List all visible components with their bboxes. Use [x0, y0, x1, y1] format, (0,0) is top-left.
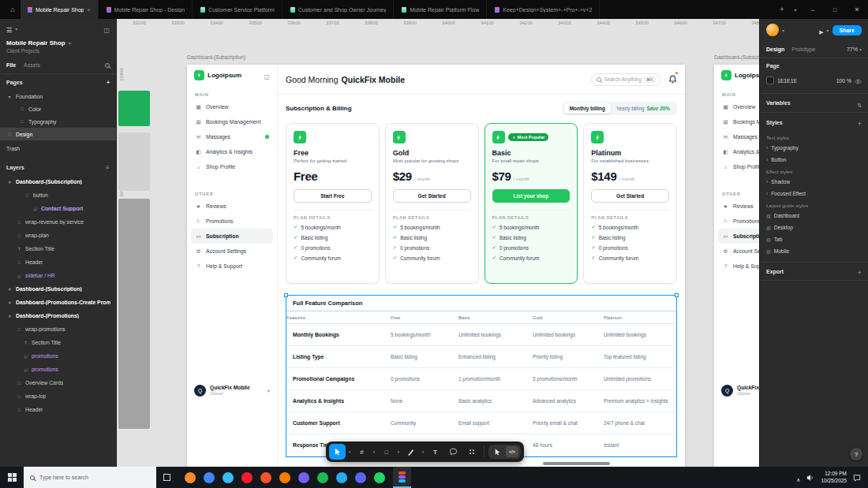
layout-style-item[interactable]: Mobile	[760, 245, 868, 257]
share-button[interactable]: Share	[832, 25, 862, 35]
sidebar-nav-item[interactable]: ⚙ Account Settings	[191, 244, 273, 259]
main-menu-icon[interactable]	[6, 21, 12, 35]
layout-style-item[interactable]: Dashboard	[760, 210, 868, 222]
layer-row[interactable]: □ Header	[0, 255, 116, 269]
dev-mode-icon[interactable]: </>	[506, 446, 518, 457]
plan-cta-button[interactable]: Get Started	[591, 189, 669, 203]
search-input[interactable]: Search Anything ⌘K	[591, 73, 661, 86]
frame-label[interactable]: Dashboard-(Subscription)	[187, 54, 245, 60]
layer-row[interactable]: □ Header	[0, 403, 116, 416]
chevron-down-icon[interactable]	[827, 28, 829, 33]
taskbar-app-icon[interactable]	[279, 472, 290, 483]
effect-style-item[interactable]: Focused Effect	[760, 188, 868, 199]
maximize-button[interactable]	[824, 0, 846, 19]
frame-tool[interactable]	[354, 444, 370, 460]
search-icon[interactable]	[105, 63, 110, 68]
sidebar-nav-item[interactable]: ⌂ Shop Profile	[191, 159, 273, 174]
move-tool[interactable]	[329, 444, 346, 460]
account-switcher[interactable]: Q QuickFix Mobile Owner	[187, 385, 277, 397]
layer-row[interactable]: # Dashboard-(Promotions)	[0, 309, 116, 322]
chevron-down-icon[interactable]: ▾	[347, 449, 352, 454]
selection-handle[interactable]	[675, 293, 679, 297]
taskbar-app-icon[interactable]	[374, 472, 385, 483]
layer-row[interactable]: □ Overview Cards	[0, 376, 116, 389]
sidebar-nav-item[interactable]: ▭ Subscription	[191, 229, 273, 244]
present-button[interactable]	[819, 23, 823, 37]
taskbar-app-icon[interactable]	[260, 472, 271, 483]
layer-row[interactable]: T Section Title	[0, 242, 116, 255]
page-item[interactable]: □ Design	[0, 128, 116, 140]
dev-mode-toggle[interactable]: </>	[488, 445, 521, 459]
avatar[interactable]	[766, 24, 779, 36]
shape-tool[interactable]	[378, 444, 395, 460]
trash-item[interactable]: Trash	[0, 142, 116, 155]
close-window-button[interactable]	[846, 0, 868, 19]
page-color-hex[interactable]: 1E1E1E	[777, 78, 797, 84]
page-item[interactable]: □ Color	[0, 102, 116, 115]
tab-file[interactable]: File	[6, 62, 16, 68]
text-style-item[interactable]: Typography	[760, 142, 868, 154]
figma-taskbar-icon[interactable]	[393, 467, 411, 488]
layer-row[interactable]: # Dashboard-(Promotions-Create Prom	[0, 296, 116, 309]
pricing-card[interactable]: Most Popular Basic For small repair shop…	[485, 123, 578, 284]
tab-assets[interactable]: Assets	[24, 62, 40, 68]
file-tab[interactable]: Mobile Repair Shop	[21, 0, 99, 19]
taskbar-app-icon[interactable]	[336, 472, 347, 483]
sidebar-nav-item[interactable]: ✉ Massages	[191, 129, 273, 144]
sidebar-nav-item[interactable]: ▦ Overview	[191, 99, 273, 114]
selection-handle[interactable]	[284, 293, 288, 297]
chevron-down-icon[interactable]	[782, 28, 784, 33]
layer-row[interactable]: ◇ sidebar / HR	[0, 269, 116, 282]
layer-row[interactable]: ◇ promotions	[0, 363, 116, 376]
design-frame-subscription[interactable]: Logoipsum MAIN ▦ Overview ▤	[187, 65, 685, 467]
tab-overflow-chevron-icon[interactable]	[789, 7, 802, 13]
partial-frame-gray[interactable]	[118, 199, 150, 429]
sidebar-nav-item[interactable]: ⚐ Promotions	[191, 214, 273, 229]
plan-cta-button[interactable]: Get Started	[393, 189, 471, 203]
file-tab[interactable]: Mobile Repair Platform Flow	[395, 0, 487, 19]
design-mode-icon[interactable]	[491, 446, 503, 457]
volume-icon[interactable]	[806, 471, 814, 485]
eye-icon[interactable]	[855, 73, 862, 88]
help-button[interactable]: ?	[850, 448, 862, 460]
start-button[interactable]	[0, 467, 24, 488]
yearly-billing-button[interactable]: Yearly billing Save 20%	[611, 103, 675, 114]
file-name[interactable]: Mobile Repair Shop	[0, 38, 116, 47]
tab-design[interactable]: Design	[766, 47, 784, 52]
close-tab-icon[interactable]	[87, 7, 90, 13]
taskbar-search-input[interactable]: Type here to search	[24, 467, 156, 488]
layer-row[interactable]: □ wrap-revenue by service	[0, 215, 116, 229]
taskbar-app-icon[interactable]	[204, 472, 215, 483]
layer-row[interactable]: □ wrap-plan	[0, 229, 116, 242]
layer-row[interactable]: ◇ promotions	[0, 349, 116, 363]
partial-frame-green[interactable]	[118, 91, 150, 126]
pricing-card[interactable]: Gold Most popular for growing shops $29 …	[385, 123, 479, 284]
sidebar-nav-item[interactable]: ◧ Analytics & Insights	[191, 144, 273, 159]
layers-options-icon[interactable]	[106, 164, 110, 171]
collapse-panel-icon[interactable]	[103, 21, 110, 35]
layer-row[interactable]: # Dashboard-(Subscription)	[0, 282, 116, 296]
layer-row[interactable]: # Dashboard-(Subscription)	[0, 175, 116, 188]
zoom-control[interactable]: 77%	[847, 47, 862, 52]
pricing-card[interactable]: Free Perfect for getting started Free St…	[286, 123, 380, 284]
taskbar-app-icon[interactable]	[355, 472, 366, 483]
file-tab[interactable]: Customer Service Platform	[193, 0, 282, 19]
actions-menu[interactable]	[463, 444, 480, 460]
sidebar-nav-item[interactable]: ★ Reviews	[191, 199, 273, 214]
page-opacity[interactable]: 100 %	[836, 78, 851, 84]
chevron-down-icon[interactable]: ▾	[372, 449, 376, 454]
sidebar-collapse-icon[interactable]	[264, 68, 270, 82]
chevron-down-icon[interactable]: ▾	[396, 449, 401, 454]
feature-comparison-table[interactable]: Full Feature Comparison FeaturesFreeBasi…	[286, 295, 677, 457]
layer-row[interactable]: □ wrap-promotions	[0, 322, 116, 336]
minimize-button[interactable]	[802, 0, 824, 19]
sidebar-nav-item[interactable]: ▤ Bookings Management	[191, 114, 273, 129]
layout-style-item[interactable]: Tab	[760, 233, 868, 245]
layer-row[interactable]: □ button	[0, 188, 116, 202]
page-color-swatch[interactable]	[766, 76, 774, 84]
taskbar-app-icon[interactable]	[317, 472, 328, 483]
plan-cta-button[interactable]: Start Free	[294, 189, 372, 203]
task-view-button[interactable]	[156, 467, 177, 488]
bell-icon[interactable]	[668, 73, 677, 87]
layer-row[interactable]: ◇ Contact Support	[0, 202, 116, 215]
